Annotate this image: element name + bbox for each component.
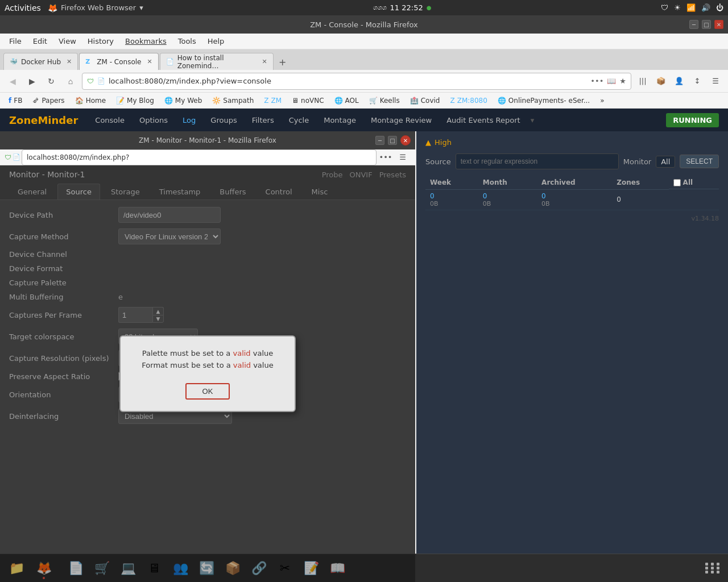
zm-nav-montage[interactable]: Montage [317, 113, 363, 128]
high-text: High [435, 138, 452, 147]
zm-nav-montage-review[interactable]: Montage Review [364, 113, 439, 128]
popup-menu-bar: 🛡 📄 localhost:8080/zm/index.php? ••• ☰ [0, 149, 415, 165]
bookmark-fb[interactable]: fFB [5, 95, 26, 106]
tab-zm-close[interactable]: ✕ [147, 58, 152, 65]
power-icon: ⏻ [716, 3, 723, 12]
bookmark-papers[interactable]: 🗞 Papers [28, 95, 68, 106]
firefox-titlebar: ZM - Console - Mozilla Firefox ─ □ ✕ [0, 15, 728, 34]
sync-icon[interactable]: ↕ [689, 73, 705, 89]
menu-help[interactable]: Help [203, 35, 229, 48]
menu-bar: File Edit View History Bookmarks Tools H… [0, 34, 728, 49]
popup-url-bar[interactable]: localhost:8080/zm/index.php? [22, 149, 377, 165]
zm-nav-filters[interactable]: Filters [245, 113, 281, 128]
version-text: v1.34.18 [425, 215, 719, 222]
close-button[interactable]: ✕ [714, 20, 723, 29]
monitor-label: Monitor [623, 157, 651, 166]
home-button[interactable]: ⌂ [63, 73, 78, 89]
reader-icon[interactable]: 📖 [607, 77, 616, 85]
cell-month: 0 0B [478, 189, 537, 210]
bookmark-novnc[interactable]: 🖥 noVNC [288, 95, 328, 106]
ok-button[interactable]: OK [185, 383, 230, 400]
bookmark-covid[interactable]: 🏥 Covid [406, 95, 444, 106]
app-indicator: 🦊 Firefox Web Browser ▾ [48, 3, 143, 13]
tab-howto-close[interactable]: ✕ [262, 58, 267, 65]
url-bar[interactable]: 🛡 📄 localhost:8080/zm/index.php?view=con… [82, 73, 631, 90]
bookmark-sampath[interactable]: 🔆 Sampath [208, 95, 258, 106]
bookmark-zm8080[interactable]: Z ZM:8080 [446, 95, 491, 106]
activities-label[interactable]: Activities [5, 3, 41, 13]
container-icon[interactable]: 📦 [653, 73, 669, 89]
bookmark-myblog[interactable]: 📝 My Blog [112, 95, 158, 106]
popup-close[interactable]: ✕ [400, 135, 411, 146]
bookmark-keells[interactable]: 🛒 Keells [365, 95, 404, 106]
popup-minimize[interactable]: ─ [375, 136, 384, 145]
url-text[interactable]: localhost:8080/zm/index.php?view=console [109, 77, 587, 85]
maximize-button[interactable]: □ [702, 20, 711, 29]
bookmark-myweb[interactable]: 🌐 My Web [160, 95, 206, 106]
tab-docker-label: Docker Hub [21, 58, 61, 66]
zm-nav-log[interactable]: Log [176, 113, 202, 128]
select-button[interactable]: SELECT [680, 155, 719, 168]
col-week: Week [425, 176, 478, 189]
menu-file[interactable]: File [5, 35, 26, 48]
page-icon: 📄 [97, 77, 105, 85]
menu-icon[interactable]: ☰ [708, 73, 723, 89]
monitor-popup-window: ZM - Monitor - Monitor-1 - Mozilla Firef… [0, 131, 415, 582]
howto-favicon: 📄 [166, 58, 174, 66]
bookmark-star-icon[interactable]: ★ [619, 77, 626, 85]
alert-line1: Palette must be set to a valid value [132, 348, 283, 360]
system-bar-right: 🛡 ☀ 📶 🔊 ⏻ [661, 3, 723, 12]
menu-history[interactable]: History [83, 35, 118, 48]
back-button[interactable]: ◀ [5, 73, 20, 89]
tab-bar: 🐳 Docker Hub ✕ Z ZM - Console ✕ 📄 How to… [0, 49, 728, 70]
zm-logo: ZoneMinder [9, 114, 78, 126]
firefox-title: ZM - Console - Mozilla Firefox [310, 20, 418, 29]
menu-tools[interactable]: Tools [173, 35, 201, 48]
col-month: Month [478, 176, 537, 189]
tab-howto[interactable]: 📄 How to install Zonemind… ✕ [160, 53, 274, 70]
popup-more-btn[interactable]: ••• [378, 149, 394, 165]
menu-bookmarks[interactable]: Bookmarks [121, 35, 171, 48]
tab-zm-console[interactable]: Z ZM - Console ✕ [79, 53, 158, 70]
volume-icon: 🔊 [701, 3, 710, 12]
wifi-icon: 📶 [686, 3, 696, 12]
bookmark-aol[interactable]: 🌐 AOL [330, 95, 363, 106]
tab-docker-close[interactable]: ✕ [67, 58, 72, 65]
zm-favicon: Z [85, 58, 93, 66]
monitor-config: Monitor - Monitor-1 Probe ONVIF Presets … [0, 165, 415, 582]
menu-edit[interactable]: Edit [28, 35, 52, 48]
more-icon[interactable]: ••• [590, 77, 603, 85]
forward-button[interactable]: ▶ [24, 73, 40, 89]
source-label: Source [425, 157, 451, 166]
new-tab-button[interactable]: + [275, 54, 291, 70]
popup-maximize[interactable]: □ [388, 136, 397, 145]
lock-icon: 🛡 [87, 77, 94, 85]
bookmark-zm[interactable]: Z ZM [260, 95, 286, 106]
cell-all [669, 189, 719, 210]
bookmark-more[interactable]: » [596, 95, 608, 106]
reload-button[interactable]: ↻ [43, 73, 59, 89]
zm-nav-options[interactable]: Options [133, 113, 175, 128]
firefox-titlebar-controls: ─ □ ✕ [689, 20, 723, 29]
tab-docker-hub[interactable]: 🐳 Docker Hub ✕ [3, 53, 78, 70]
zm-running-status[interactable]: RUNNING [666, 113, 719, 127]
bookmark-home[interactable]: 🏠 Home [71, 95, 110, 106]
sidebar-icon[interactable]: ||| [635, 73, 651, 89]
menu-view[interactable]: View [54, 35, 81, 48]
popup-menu-btn[interactable]: ☰ [395, 149, 411, 165]
zm-nav: ZoneMinder Console Options Log Groups Fi… [0, 109, 728, 131]
zm-nav-cycle[interactable]: Cycle [282, 113, 316, 128]
popup-url-text: localhost:8080/zm/index.php? [27, 153, 129, 161]
source-search-input[interactable] [456, 153, 619, 169]
alert-message: Palette must be set to a valid value For… [132, 348, 283, 372]
firefox-window: ZM - Console - Mozilla Firefox ─ □ ✕ Fil… [0, 15, 728, 582]
all-checkbox[interactable] [673, 179, 681, 186]
zm-nav-audit[interactable]: Audit Events Report [440, 113, 527, 128]
minimize-button[interactable]: ─ [689, 20, 698, 29]
zm-nav-console[interactable]: Console [88, 113, 131, 128]
bookmark-online[interactable]: 🌐 OnlinePayments- eSer... [494, 95, 594, 106]
zm-nav-groups[interactable]: Groups [204, 113, 243, 128]
high-icon: ▲ [425, 138, 431, 147]
taskbar-grid-btn[interactable] [703, 560, 723, 576]
account-icon[interactable]: 👤 [671, 73, 687, 89]
